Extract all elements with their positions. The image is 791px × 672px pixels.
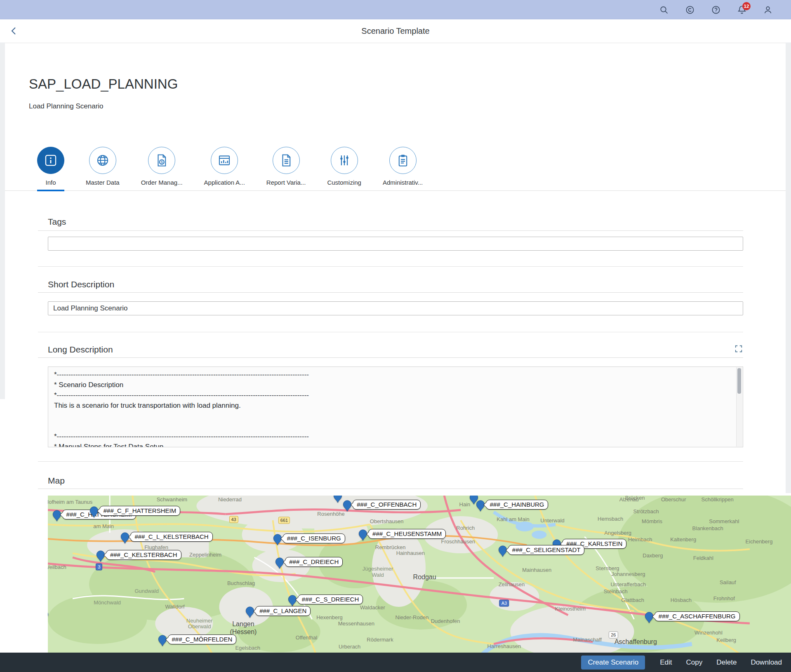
long-description-text: *---------------------------------------… (48, 367, 743, 447)
title-block: SAP_LOAD_PLANNING Load Planning Scenario (0, 42, 791, 110)
tab-label: Administrativ... (383, 179, 423, 186)
fullscreen-icon[interactable] (734, 344, 743, 353)
map-marker-label: ###_C_F_HATTERSHEIM (99, 506, 180, 516)
assistant-icon[interactable] (685, 5, 695, 15)
tab-master-data[interactable]: Master Data (86, 147, 120, 190)
map-marker[interactable]: ###_C_OFFENBACH (343, 500, 421, 512)
create-scenario-button[interactable]: Create Scenario (581, 656, 645, 670)
map-marker[interactable]: ###_C_ISENBURG (273, 534, 345, 545)
admin-clipboard-icon (389, 147, 417, 174)
notification-badge: 12 (742, 2, 751, 10)
map-marker[interactable]: ###_C_KELSTERBACH (96, 550, 181, 562)
scrollbar-track[interactable] (736, 367, 742, 446)
map-marker[interactable]: ###_C_DREIECH (275, 557, 343, 569)
back-button[interactable] (8, 25, 20, 37)
map-marker[interactable]: ###_C_S_DREIECH (288, 595, 363, 606)
map-marker[interactable]: ###_C_L_KELSTERBACH (120, 532, 212, 544)
icon-tab-bar: Info Master Data $ Order Manag... Applic… (0, 110, 791, 191)
notifications-icon[interactable]: 12 (737, 5, 747, 15)
tags-input[interactable] (48, 237, 743, 251)
map[interactable]: Hofheim am Taunus Schwanheim Niederrad R… (48, 496, 791, 655)
svg-text:$: $ (161, 160, 163, 164)
long-description-textarea[interactable]: *---------------------------------------… (48, 367, 743, 447)
tab-label: Info (45, 179, 56, 186)
map-marker[interactable]: ###_C_F_HATTERSHEIM (89, 506, 180, 518)
map-marker[interactable]: ###_C_ASCHAFFENBURG (645, 612, 740, 623)
tab-label: Application A... (204, 179, 245, 186)
profile-icon[interactable] (763, 5, 773, 15)
map-marker-label: ###_C_DREIECH (285, 557, 343, 567)
page-header-title: Scenario Template (361, 26, 429, 36)
globe-icon (89, 147, 116, 174)
tab-order-management[interactable]: $ Order Manag... (141, 147, 183, 190)
long-description-section: Long Description *----------------------… (38, 332, 743, 462)
map-marker-label: ###_C_ISENBURG (283, 533, 345, 543)
map-marker-label: ###_C_HAINBURG (486, 500, 549, 510)
scenario-template-screen: 12 Scenario Template SAP_LOAD_PLANNING L… (0, 0, 791, 672)
map-marker-label: ###_C_ASCHAFFENBURG (654, 611, 740, 621)
shell-bar: 12 (0, 0, 791, 19)
section-title-long-description: Long Description (48, 344, 743, 355)
short-description-section: Short Description (38, 267, 743, 332)
customizing-sliders-icon (331, 147, 358, 174)
tab-label: Master Data (86, 179, 120, 186)
tab-report-variants[interactable]: Report Varia... (266, 147, 306, 190)
copy-button[interactable]: Copy (685, 656, 704, 669)
info-icon (37, 147, 64, 174)
map-marker-label: ###_C_SELIGENSTADT (508, 545, 585, 555)
map-marker[interactable]: ###_C_HAINBURG (476, 500, 549, 512)
section-title-short-description: Short Description (48, 279, 743, 290)
tab-label: Report Varia... (266, 179, 306, 186)
tab-customizing[interactable]: Customizing (327, 147, 361, 190)
tab-label: Order Manag... (141, 179, 183, 186)
map-marker-label: ###_C_L_KELSTERBACH (130, 532, 212, 542)
footer-bar: Create Scenario Edit Copy Delete Downloa… (0, 653, 791, 672)
map-marker[interactable]: ###_C_LANGEN (245, 606, 311, 618)
map-marker-label: ###_C_MÖRFELDEN (168, 634, 237, 644)
map-pin[interactable] (48, 610, 49, 623)
search-icon[interactable] (659, 5, 669, 15)
map-marker[interactable]: ###_C_SELIGENSTADT (498, 545, 585, 557)
map-marker-label: ###_C_S_DREIECH (298, 594, 363, 604)
help-icon[interactable] (711, 5, 721, 15)
scrollbar-thumb[interactable] (737, 368, 741, 394)
map-marker-label: ###_C_HEUSENSTAMM (368, 529, 446, 539)
delete-button[interactable]: Delete (715, 656, 738, 669)
map-marker[interactable]: ###_C_MÖRFELDEN (158, 635, 237, 646)
report-variant-icon (273, 147, 300, 174)
edit-button[interactable]: Edit (658, 656, 673, 669)
download-button[interactable]: Download (749, 656, 784, 669)
section-title-tags: Tags (48, 216, 743, 227)
order-document-icon: $ (148, 147, 175, 174)
short-description-input[interactable] (48, 301, 743, 315)
tags-section: Tags (38, 191, 743, 267)
tab-application-area[interactable]: Application A... (204, 147, 245, 190)
map-canvas (48, 496, 791, 655)
map-section: Map (38, 462, 743, 655)
map-pin[interactable] (333, 496, 342, 505)
tab-label: Customizing (327, 179, 361, 186)
section-title-map: Map (48, 475, 743, 486)
app-header: Scenario Template (0, 19, 791, 42)
tab-info[interactable]: Info (37, 147, 64, 190)
left-gutter (0, 42, 5, 399)
map-marker-label: ###_C_KELSTERBACH (106, 550, 181, 560)
object-subtitle: Load Planning Scenario (29, 102, 791, 110)
object-title: SAP_LOAD_PLANNING (29, 76, 791, 92)
map-marker-label: ###_C_OFFENBACH (353, 500, 421, 510)
map-marker[interactable]: ###_C_HEUSENSTAMM (358, 529, 446, 541)
map-marker-label: ###_C_LANGEN (255, 606, 311, 616)
tab-administrative[interactable]: Administrativ... (383, 147, 423, 190)
application-icon (211, 147, 238, 174)
right-gutter (786, 42, 791, 493)
